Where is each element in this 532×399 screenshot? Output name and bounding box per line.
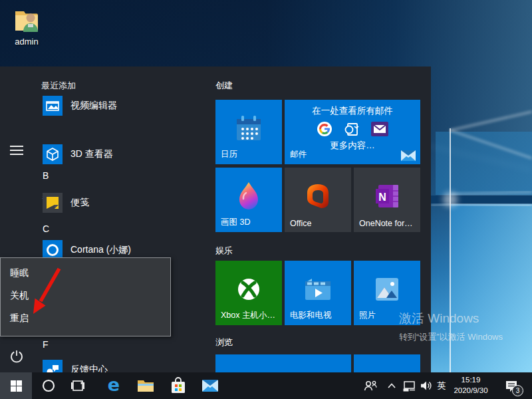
tile-label: 日历 [221,149,237,160]
edge-icon: e [105,376,122,395]
clock-time: 15:19 [462,375,481,386]
google-icon [317,121,332,137]
calendar-icon [233,114,264,143]
movies-tv-icon [303,276,333,303]
clock-date: 2020/9/30 [454,386,487,396]
network-ethernet-icon [403,380,416,392]
user-folder-icon [11,5,43,36]
paint3d-icon [235,181,262,211]
tile-paint3d[interactable]: 画图 3D [215,168,282,232]
photos-icon [373,275,401,303]
desktop-icon-label: admin [5,37,48,47]
menu-item-restart[interactable]: 重启 [10,309,156,328]
task-view-button[interactable] [66,372,90,399]
windows-logo-icon [11,380,22,392]
tile-xbox[interactable]: Xbox 主机小… [215,261,282,325]
section-letter-c[interactable]: C [43,223,49,234]
chevron-up-icon [388,383,396,388]
app-item-feedback-hub[interactable]: 反馈中心 [43,360,108,372]
tile-label: 电影和电视 [290,310,332,321]
speaker-icon [420,380,433,391]
microsoft-store-button[interactable] [165,372,192,399]
tile-label: Office [290,219,311,228]
menu-item-sleep[interactable]: 睡眠 [10,264,156,283]
mail-taskbar-button[interactable] [197,372,223,399]
store-icon [170,377,186,394]
tile-group-entertainment: 娱乐 [215,245,233,257]
start-button[interactable] [0,372,32,399]
hamburger-menu-button[interactable] [9,142,25,158]
file-explorer-icon [137,378,154,393]
feedback-hub-icon [43,360,63,372]
notification-count-badge: 3 [512,385,523,396]
desktop-icon-admin-folder[interactable]: admin [5,5,48,47]
app-label: Cortana (小娜) [70,244,131,256]
power-icon [10,350,23,363]
tile-office[interactable]: Office [285,168,351,232]
tile-label: OneNote for… [359,219,413,228]
tile-label: 邮件 [290,149,307,160]
onenote-icon: N [373,182,401,210]
tile-calendar[interactable]: 日历 [215,100,282,164]
app-item-video-editor[interactable]: 视频编辑器 [43,96,117,116]
outlook-icon [343,121,360,137]
app-label: 反馈中心 [70,364,108,372]
tile-onenote[interactable]: N OneNote for… [354,168,420,232]
tile-mail[interactable]: 在一处查看所有邮件 [285,100,420,164]
clock[interactable]: 15:19 2020/9/30 [447,372,495,399]
tile-group-create: 创建 [215,80,233,92]
cortana-circle-icon [42,379,55,392]
mail-mini-icon [401,150,416,161]
tile-movies-tv[interactable]: 电影和电视 [285,261,351,325]
power-button[interactable] [9,348,25,364]
cortana-taskbar-button[interactable] [37,372,61,399]
hamburger-icon [10,146,23,155]
edge-taskbar-button[interactable]: e [100,372,127,399]
task-view-icon [71,380,84,392]
mail-icon [201,379,219,392]
xbox-icon [235,276,262,303]
tile-label: Xbox 主机小… [221,310,275,321]
tile-label: 画图 3D [221,217,250,228]
app-item-sticky-notes[interactable]: 便笺 [43,193,89,213]
video-editor-icon [43,96,63,116]
volume-button[interactable] [418,372,435,399]
svg-text:e: e [108,376,120,395]
file-explorer-button[interactable] [132,372,159,399]
recently-added-header: 最近添加 [41,80,76,92]
yahoo-mail-icon [371,122,388,136]
tile-photos[interactable]: 照片 [354,261,420,325]
power-flyout-menu: 睡眠 关机 重启 [0,257,171,336]
people-icon [364,380,377,392]
network-button[interactable] [400,372,418,399]
people-button[interactable] [361,372,380,399]
svg-text:N: N [378,192,386,203]
desktop: admin 最近添加 [0,0,532,399]
3d-viewer-icon [43,144,63,164]
tile-edge-partial[interactable] [215,354,351,372]
mail-tile-headline: 在一处查看所有邮件 [285,105,420,117]
app-label: 便笺 [70,197,89,209]
section-letter-f[interactable]: F [43,339,49,350]
office-icon [304,182,332,210]
show-hidden-icons-button[interactable] [384,372,399,399]
sticky-notes-icon [43,193,63,213]
tile-partial[interactable] [354,354,420,372]
menu-item-shutdown[interactable]: 关机 [10,287,156,305]
tile-label: 照片 [359,310,376,321]
section-letter-b[interactable]: B [43,170,49,181]
app-item-3d-viewer[interactable]: 3D 查看器 [43,144,113,164]
taskbar: e [0,372,532,399]
app-label: 3D 查看器 [70,148,113,160]
tile-group-browse: 浏览 [215,336,233,348]
app-label: 视频编辑器 [70,100,117,112]
